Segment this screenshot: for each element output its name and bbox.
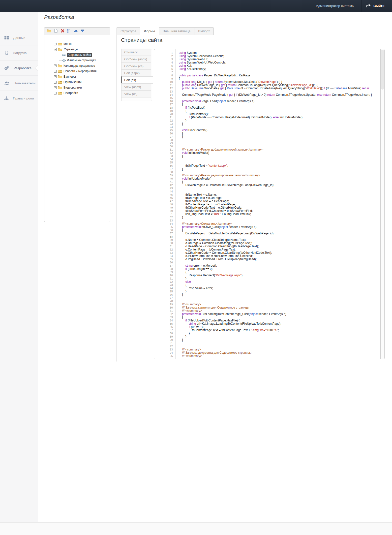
tab-external-table[interactable]: Внешняя таблица <box>159 27 194 35</box>
line-number: 76 <box>154 293 173 296</box>
vertical-scrollbar[interactable] <box>380 49 384 359</box>
user-label: Администратор системы <box>316 4 354 8</box>
tree-root: +Меню−СтраницыСтраницы сайтаФайлы на стр… <box>54 41 108 96</box>
line-number: 9 <box>154 77 173 80</box>
line-number: 51 <box>154 213 173 216</box>
tree-node-label[interactable]: Файлы на страницах <box>67 59 96 62</box>
tree-node-label[interactable]: Баннеры <box>63 75 76 78</box>
line-number: 45 <box>154 193 173 196</box>
code-line: { <box>179 103 380 106</box>
line-number: 24 <box>154 126 173 129</box>
book-leaf-icon <box>62 53 66 57</box>
line-number: 84 <box>154 319 173 322</box>
vtab-view-cs[interactable]: View (cs) <box>121 90 151 97</box>
code-line: protected void Page_Load(object sender, … <box>179 100 380 103</box>
code-line: using System.Web.UI.WebControls; <box>179 61 380 64</box>
line-number: 16 <box>154 100 173 103</box>
line-number: 3 <box>154 58 173 61</box>
line-number: 35 <box>154 161 173 164</box>
line-number: 38 <box>154 171 173 174</box>
new-file-icon <box>54 29 58 34</box>
tree-node-label[interactable]: Видеоролики <box>63 86 82 89</box>
logout-button[interactable]: Выйти <box>362 0 392 12</box>
line-number: 80 <box>154 306 173 309</box>
code-line: using Kai.Dictionary; <box>179 67 380 71</box>
expand-expander-icon[interactable]: + <box>54 70 57 73</box>
user-menu[interactable]: Администратор системы <box>309 0 362 12</box>
logout-label: Выйти <box>373 4 385 8</box>
line-number: 13 <box>154 90 173 93</box>
tab-structure[interactable]: Структура <box>117 27 140 35</box>
sidebar-item-label: Данные <box>13 36 25 40</box>
vtab-edit-cs[interactable]: Edit (cs) <box>121 76 153 84</box>
line-number: 93 <box>154 348 173 351</box>
line-number: 23 <box>154 122 173 126</box>
tree-node-label[interactable]: Страницы сайта <box>67 53 92 57</box>
users-icon <box>4 81 9 85</box>
code-line: { <box>179 132 380 135</box>
vtab-view-aspx[interactable]: View (aspx) <box>121 83 151 91</box>
line-number: 2 <box>154 55 173 58</box>
code-line: if (PageMode == Common.TPageMode.Insert)… <box>179 116 380 119</box>
line-number: 79 <box>154 303 173 306</box>
sidebar-item-data[interactable]: Данные <box>0 30 38 45</box>
vtab-gridview-aspx[interactable]: GridView (aspx) <box>121 56 151 63</box>
tree-node-holiday-calendar: +Календарь праздников <box>54 63 108 68</box>
delete-button[interactable] <box>60 29 65 34</box>
line-number: 25 <box>154 129 173 132</box>
main-panel: Страницы сайта C#-классGridView (aspx)Gr… <box>117 35 384 362</box>
tree-node-news-events: +Новости и мероприятия <box>54 68 108 74</box>
sidebar-item-upload[interactable]: Загрузка <box>0 45 38 61</box>
move-down-button[interactable] <box>80 29 85 34</box>
tree-settings-icon <box>67 29 71 34</box>
code-line: if (!IsPostBack) <box>179 106 380 109</box>
code-line: link_ImgHead.Text ="<br>" + o.ImgHeadHtm… <box>179 213 380 216</box>
line-number: 44 <box>154 190 173 193</box>
expand-expander-icon[interactable]: + <box>54 64 57 67</box>
section-title: Страницы сайта <box>121 37 162 43</box>
vtab-csharp-class[interactable]: C#-класс <box>121 49 151 56</box>
code-line <box>179 142 380 145</box>
line-number: 41 <box>154 180 173 184</box>
sidebar-item-roles[interactable]: Права и роли <box>0 91 38 106</box>
expand-expander-icon[interactable]: + <box>54 43 57 45</box>
add-folder-button[interactable] <box>47 29 52 34</box>
tree-children: Страницы сайтаФайлы на страницах <box>58 52 108 63</box>
line-number: 64 <box>154 254 173 258</box>
expand-expander-icon[interactable]: + <box>54 86 57 89</box>
vtab-gridview-cs[interactable]: GridView (cs) <box>121 63 151 70</box>
sidebar-item-users[interactable]: Пользователи <box>0 76 38 91</box>
line-number: 10 <box>154 80 173 84</box>
tree-node-label[interactable]: Новости и мероприятия <box>63 69 96 73</box>
code-editor[interactable]: 1234567891011121314151617181920212223242… <box>154 49 385 359</box>
move-down-icon <box>81 29 85 34</box>
tree-node-label[interactable]: Меню <box>63 42 71 46</box>
tree-node-label[interactable]: Страницы <box>64 48 78 51</box>
tab-import[interactable]: Импорт <box>194 27 214 35</box>
expand-expander-icon[interactable]: + <box>54 75 57 78</box>
vtab-edit-aspx[interactable]: Edit (aspx) <box>121 69 151 77</box>
line-number: 48 <box>154 203 173 206</box>
scrollbar-thumb[interactable] <box>381 50 384 90</box>
line-number: 4 <box>154 61 173 64</box>
line-number: 63 <box>154 251 173 254</box>
code-line: o.ImgHead_Download_From_FileUpload(fuImg… <box>179 258 380 261</box>
tree-node-label[interactable]: Календарь праздников <box>63 64 95 67</box>
tree-node-label[interactable]: Организации <box>63 80 82 84</box>
expand-expander-icon[interactable]: + <box>54 81 57 84</box>
line-number: 81 <box>154 309 173 313</box>
line-number: 30 <box>154 145 173 148</box>
sidebar-item-development[interactable]: Разработка <box>0 61 38 76</box>
collapse-expander-icon[interactable]: − <box>54 48 57 51</box>
line-number: 34 <box>154 158 173 161</box>
tree-node-videos: +Видеоролики <box>54 85 108 90</box>
line-number: 68 <box>154 267 173 271</box>
line-number: 50 <box>154 209 173 213</box>
tree-node-label[interactable]: Настройки <box>63 91 78 95</box>
tree-properties-button[interactable] <box>67 29 72 34</box>
move-up-button[interactable] <box>73 29 78 34</box>
add-item-button[interactable] <box>53 29 58 34</box>
code-line: protected void btSave_Click(object sende… <box>179 225 380 229</box>
expand-expander-icon[interactable]: + <box>54 92 57 94</box>
tab-forms[interactable]: Формы <box>140 27 159 35</box>
